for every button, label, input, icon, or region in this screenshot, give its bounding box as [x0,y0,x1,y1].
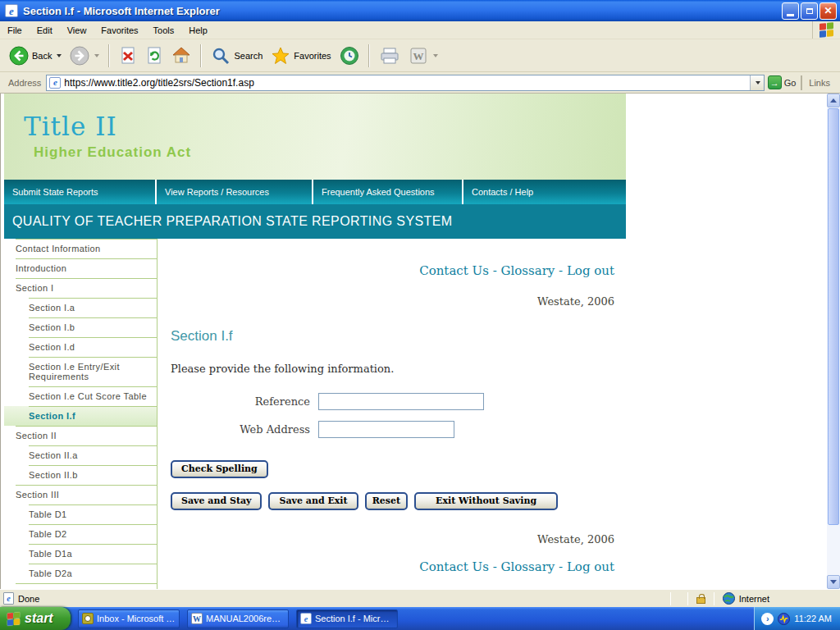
restore-button[interactable] [801,2,818,20]
stop-button[interactable] [115,44,141,67]
contact-us-link[interactable]: Contact Us [419,263,489,278]
favorites-button[interactable]: Favorites [267,44,335,67]
task-label: Section I.f - Microsoft... [315,614,394,623]
link-separator: - [489,559,501,574]
sidebar-item-section-i-e-cut-score[interactable]: Section I.e Cut Score Table [4,386,157,406]
taskbar-task-inbox[interactable]: Inbox - Microsoft Out... [78,609,180,628]
sidebar-item-label: Table D1a [29,549,72,559]
sidebar-item-label: Section III [16,490,59,500]
taskbar-task-section-if[interactable]: e Section I.f - Microsoft... [296,609,398,628]
save-and-exit-button[interactable]: Save and Exit [268,492,358,510]
network-activity-icon [778,613,790,625]
nav-contacts-help[interactable]: Contacts / Help [463,180,626,204]
sidebar-item-section-i-b[interactable]: Section I.b [4,317,157,337]
task-label: Inbox - Microsoft Out... [97,614,176,623]
exit-without-saving-button[interactable]: Exit Without Saving [414,492,558,510]
search-label: Search [234,51,262,61]
vertical-scrollbar[interactable] [827,94,840,589]
section-form: Reference Web Address [171,393,614,438]
clock: 11:22 AM [794,614,832,623]
reference-input[interactable] [318,393,484,410]
back-label: Back [32,51,52,61]
history-button[interactable] [336,44,363,67]
logout-link[interactable]: Log out [567,263,614,278]
sidebar-item-section-ii-a[interactable]: Section II.a [4,445,157,465]
ie-icon: e [5,4,18,17]
web-address-input[interactable] [318,421,454,438]
taskbar-task-manual-doc[interactable]: W MANUAL2006revised.... [187,609,289,628]
address-bar: Address e → Go Links [0,72,840,94]
sidebar-item-table-d2a[interactable]: Table D2a [4,564,157,583]
sidebar-item-table-d1a[interactable]: Table D1a [4,544,157,564]
print-button[interactable] [375,44,404,67]
instruction-text: Please provide the following information… [171,363,614,375]
sidebar-item-section-i-a[interactable]: Section I.a [4,298,157,317]
menu-view[interactable]: View [60,21,94,39]
sidebar-item-label: Section II.a [29,450,78,460]
windows-flag-icon [7,612,20,626]
word-doc-icon: W [191,613,203,624]
page-ie-icon: e [49,77,61,89]
start-label: start [25,611,53,626]
address-input[interactable] [61,77,749,89]
taskbar: start Inbox - Microsoft Out... W MANUAL2… [0,607,840,630]
sidebar-item-section-iv[interactable]: Section IV [4,583,157,589]
sidebar-item-introduction[interactable]: Introduction [4,258,157,278]
sidebar-item-section-ii[interactable]: Section II [4,426,157,445]
sidebar-item-section-ii-b[interactable]: Section II.b [4,465,157,485]
sidebar-item-table-d2[interactable]: Table D2 [4,524,157,544]
start-button[interactable]: start [0,607,71,630]
go-arrow-icon: → [768,75,782,89]
sidebar-item-label: Section II.b [29,470,78,480]
sidebar-item-section-iii[interactable]: Section III [4,485,157,504]
forward-button[interactable] [66,44,103,67]
nav-view-reports-resources[interactable]: View Reports / Resources [157,180,313,204]
menu-favorites[interactable]: Favorites [94,21,145,39]
scroll-up-button[interactable] [827,94,840,107]
glossary-link-bottom[interactable]: Glossary [501,559,555,574]
reference-row: Reference [171,393,614,410]
refresh-button[interactable] [141,44,167,67]
reset-button[interactable]: Reset [365,492,408,510]
contact-us-link-bottom[interactable]: Contact Us [419,559,489,574]
glossary-link[interactable]: Glossary [501,263,555,278]
search-button[interactable]: Search [207,44,267,67]
favorites-star-icon [271,46,290,66]
menu-tools[interactable]: Tools [146,21,182,39]
nav-submit-state-reports[interactable]: Submit State Reports [4,180,157,204]
go-button[interactable]: → Go [768,75,797,89]
sidebar-item-contact-information[interactable]: Contact Information [4,239,157,258]
sidebar-item-section-i[interactable]: Section I [4,278,157,298]
site-content: Title II Higher Education Act Submit Sta… [4,94,626,589]
links-menu[interactable]: Links [801,75,837,90]
check-spelling-button[interactable]: Check Spelling [171,460,268,478]
menu-edit[interactable]: Edit [30,21,60,39]
hide-icons-chevron-button[interactable]: › [761,613,774,625]
sidebar-item-table-d1[interactable]: Table D1 [4,504,157,524]
back-button[interactable]: Back [5,44,66,67]
minimize-button[interactable] [782,2,799,20]
edit-with-word-button[interactable]: W [404,44,442,67]
save-and-stay-button[interactable]: Save and Stay [171,492,262,510]
home-button[interactable] [167,44,195,67]
menu-help[interactable]: Help [181,21,215,39]
stop-icon [119,46,137,66]
logout-link-bottom[interactable]: Log out [567,559,614,574]
system-tray: › 11:22 AM [754,607,840,630]
close-button[interactable]: ✕ [819,2,837,20]
sidebar-item-section-i-f[interactable]: Section I.f [4,406,157,426]
nav-frequently-asked-questions[interactable]: Frequently Asked Questions [313,180,463,204]
forward-icon [70,46,89,66]
sidebar-item-label: Table D2a [29,568,72,578]
zone-label: Internet [739,594,769,604]
sidebar-item-section-i-e-entry-exit[interactable]: Section I.e Entry/Exit Requirements [4,357,157,386]
menu-file[interactable]: File [0,21,30,39]
scrollbar-thumb[interactable] [828,108,839,525]
title-bar: e Section I.f - Microsoft Internet Explo… [0,0,840,21]
sidebar-item-section-i-d[interactable]: Section I.d [4,337,157,357]
scroll-down-button[interactable] [827,575,840,589]
outlook-icon [82,613,94,624]
section-sidebar: Contact Information Introduction Section… [4,239,158,589]
history-icon [340,46,359,66]
address-dropdown-button[interactable] [750,75,764,90]
